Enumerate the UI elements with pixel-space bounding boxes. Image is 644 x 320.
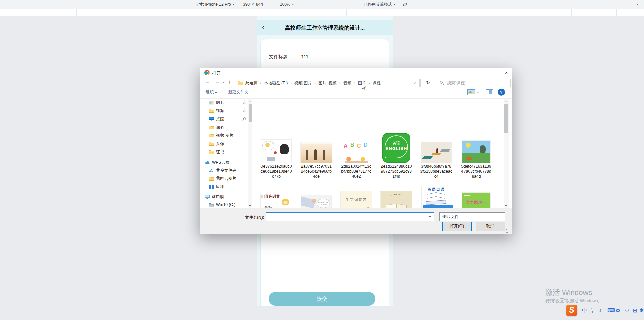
scroll-up-icon[interactable] bbox=[505, 100, 507, 102]
viewport-width-input[interactable]: 390 bbox=[243, 2, 250, 7]
breadcrumb-item[interactable]: 此电脑 bbox=[245, 80, 258, 86]
sidebar-item[interactable]: 视频 图片 bbox=[209, 132, 233, 139]
file-thumbnail[interactable] bbox=[421, 142, 451, 163]
breadcrumb-item[interactable]: 本地磁盘 (E:) bbox=[264, 80, 289, 86]
file-name[interactable]: 3f8d46b6f8f7a783f5158bde3aceacc4 bbox=[420, 164, 452, 179]
file-thumbnail[interactable]: 生字词复习 bbox=[341, 191, 372, 208]
resize-grip[interactable] bbox=[506, 229, 510, 233]
scroll-up-icon[interactable] bbox=[249, 100, 251, 102]
files-scrollbar[interactable] bbox=[504, 99, 509, 208]
open-button[interactable]: 打开(O) bbox=[442, 222, 472, 231]
file-thumbnail[interactable] bbox=[301, 142, 332, 163]
file-thumbnail[interactable] bbox=[261, 140, 291, 163]
file-thumbnail[interactable]: 英语ENGLISH bbox=[382, 133, 410, 163]
activate-windows-subtitle: 转到"设置"以激活 Windows。 bbox=[545, 298, 602, 304]
dialog-titlebar[interactable]: 打开 × bbox=[200, 68, 512, 77]
scroll-down-icon[interactable] bbox=[505, 204, 507, 206]
thumbnail-art bbox=[427, 192, 436, 199]
filename-input[interactable] bbox=[266, 212, 434, 221]
voice-icon[interactable]: ♪ bbox=[599, 307, 602, 313]
thumbnail-art bbox=[312, 199, 316, 203]
filename-dropdown-chevron-icon[interactable] bbox=[429, 215, 431, 217]
sidebar-item[interactable]: 视频 bbox=[209, 107, 224, 114]
chevron-down-icon: ▾ bbox=[292, 3, 294, 6]
file-name[interactable]: 2e1d5124880c10987273dc592c931f4d bbox=[380, 164, 412, 179]
settings-icon[interactable]: ✱ bbox=[639, 307, 644, 314]
sidebar-item[interactable]: 应用 bbox=[209, 183, 224, 190]
sidebar-item[interactable]: 图片 bbox=[209, 99, 224, 106]
sidebar-item[interactable]: 头像 bbox=[209, 140, 224, 147]
scrollbar-thumb[interactable] bbox=[504, 104, 508, 133]
breadcrumb-item[interactable]: 音频 bbox=[343, 80, 352, 86]
thumbnail-art bbox=[440, 149, 450, 152]
table-grid-line bbox=[278, 9, 278, 16]
filetype-select[interactable]: 图片文件 bbox=[439, 212, 505, 221]
preview-pane-button[interactable] bbox=[486, 89, 493, 96]
file-name[interactable]: 2d82a0014f413cbf7bb83e73177c40e2 bbox=[340, 164, 372, 179]
sidebar-item[interactable]: 此电脑 bbox=[205, 193, 224, 200]
file-name[interactable]: 5defc47163a13947a03cfb46778d8a4d bbox=[460, 164, 492, 179]
file-thumbnail[interactable]: BUSINESS TRAINING bbox=[301, 195, 331, 208]
thumbnail-art bbox=[323, 150, 325, 160]
sidebar-item[interactable]: Win10 (C:) bbox=[209, 201, 235, 208]
sidebar-scrollbar[interactable] bbox=[248, 99, 252, 208]
sidebar-item[interactable]: WPS云盘 bbox=[205, 159, 229, 166]
refresh-button[interactable]: ↻ bbox=[420, 79, 435, 87]
view-dropdown-chevron-icon[interactable] bbox=[477, 91, 479, 93]
change-view-button[interactable] bbox=[467, 89, 475, 96]
file-thumbnail[interactable]: ABCD bbox=[341, 141, 371, 163]
file-thumbnail[interactable]: 口语实训营speak out! bbox=[261, 193, 292, 208]
file-title-value[interactable]: 111 bbox=[301, 54, 308, 59]
more-options-menu[interactable]: ⋮ bbox=[635, 1, 640, 8]
breadcrumb-item[interactable]: 图片, 视频 bbox=[318, 80, 337, 86]
file-thumbnail[interactable] bbox=[381, 191, 412, 208]
file-thumbnail[interactable] bbox=[462, 141, 490, 163]
nav-up-button[interactable]: ↑ bbox=[228, 79, 231, 84]
sidebar-item-label: Win10 (C:) bbox=[216, 202, 235, 207]
chevron-down-icon: ▾ bbox=[233, 3, 234, 6]
sidebar-item[interactable]: 共享文件夹 bbox=[209, 167, 236, 174]
sidebar-item-label: 桌面 bbox=[216, 116, 224, 122]
nav-forward-button[interactable]: → bbox=[215, 79, 220, 84]
breadcrumb-item[interactable]: 课程 bbox=[372, 80, 381, 86]
submit-button[interactable]: 提交 bbox=[269, 292, 375, 306]
new-folder-button[interactable]: 新建文件夹 bbox=[228, 89, 248, 95]
address-dropdown-chevron-icon[interactable] bbox=[414, 82, 416, 84]
address-bar[interactable]: 此电脑›本地磁盘 (E:)›视频 图片›图片, 视频›音频›图片›课程 bbox=[236, 79, 420, 87]
scrollbar-thumb[interactable] bbox=[249, 104, 252, 122]
scroll-down-icon[interactable] bbox=[249, 204, 251, 206]
viewport-height-input[interactable]: 844 bbox=[256, 2, 263, 7]
chinese-mode-icon[interactable]: 中 bbox=[582, 307, 588, 314]
organize-menu[interactable]: 组织 bbox=[206, 89, 217, 95]
toolbox-icon[interactable]: ⊞ bbox=[633, 307, 637, 314]
file-thumbnail[interactable]: 语文园地一 bbox=[462, 193, 490, 208]
breadcrumb-item[interactable]: 视频 图片 bbox=[294, 80, 312, 86]
zoom-selector[interactable]: 100% ▾ bbox=[280, 0, 294, 9]
sidebar-item-label: 视频 bbox=[216, 108, 224, 114]
file-name[interactable]: 0e37621e20a0c0ce0d18be10de40c77b bbox=[260, 164, 292, 179]
thumbnail-art: A bbox=[344, 143, 348, 149]
sidebar-item[interactable]: 课程 bbox=[209, 124, 224, 131]
cancel-button[interactable]: 取消 bbox=[476, 222, 505, 231]
punctuation-icon[interactable]: ', bbox=[591, 307, 593, 313]
sidebar-item[interactable]: 证书 bbox=[209, 148, 224, 156]
rotate-viewport-button[interactable] bbox=[402, 0, 408, 9]
sidebar-item[interactable]: 桌面 bbox=[209, 115, 224, 123]
keyboard-icon[interactable]: ⌨ bbox=[607, 307, 615, 314]
close-icon[interactable]: × bbox=[502, 69, 511, 76]
nav-back-button[interactable]: ← bbox=[205, 79, 210, 84]
thumbnail-art bbox=[361, 157, 365, 161]
device-type-selector[interactable]: 尺寸: iPhone 12 Pro ▾ bbox=[195, 0, 234, 9]
search-input[interactable] bbox=[446, 80, 508, 86]
file-name[interactable]: 2a87e57cc9703184ce5c42fe966fb4de bbox=[300, 164, 332, 179]
help-button[interactable]: ? bbox=[498, 89, 505, 96]
nav-history-chevron-icon[interactable] bbox=[223, 81, 225, 83]
sidebar-item[interactable]: 我的云图片 bbox=[209, 175, 236, 182]
skin-icon[interactable]: ✿ bbox=[616, 307, 620, 314]
sogou-ime-logo[interactable]: S bbox=[566, 305, 577, 316]
thumbnail-art: 英语 bbox=[382, 141, 410, 146]
throttle-selector[interactable]: 已停用节流模式 ▾ bbox=[364, 0, 395, 9]
emoji-icon[interactable]: ☺ bbox=[624, 307, 630, 313]
folder-icon bbox=[209, 109, 214, 113]
new-folder-label: 新建文件夹 bbox=[228, 89, 248, 95]
